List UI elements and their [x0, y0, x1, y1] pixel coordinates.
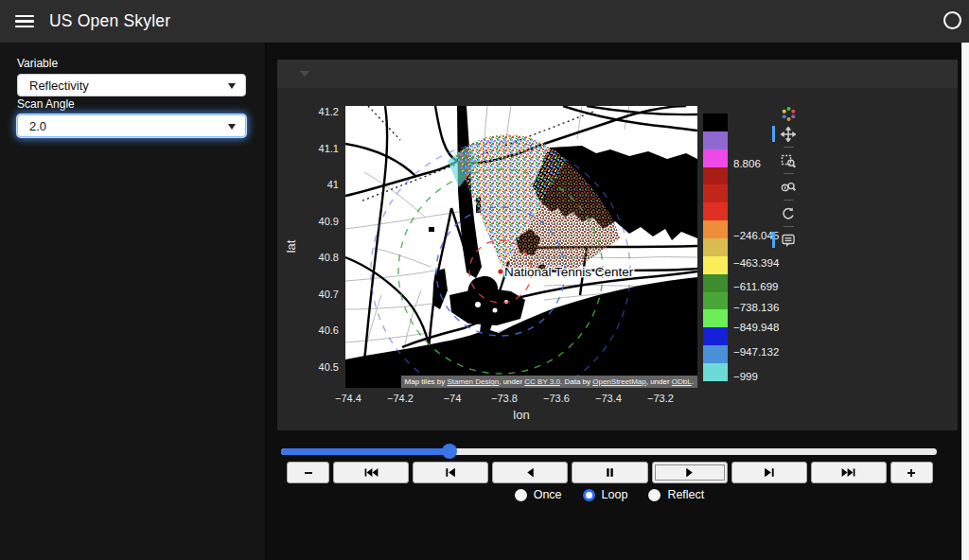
step-forward-button[interactable]: [731, 462, 807, 483]
plot-panel-header: [277, 60, 958, 88]
chevron-down-icon: [228, 83, 236, 89]
toolbar-separator: [784, 226, 794, 227]
variable-label: Variable: [17, 57, 266, 70]
status-circle-icon[interactable]: [943, 11, 961, 29]
mode-radio-reflect[interactable]: Reflect: [648, 488, 704, 501]
pan-tool[interactable]: [779, 125, 798, 143]
y-tick-label: 41: [282, 179, 339, 190]
scan-angle-control: Scan Angle 2.0: [0, 97, 266, 137]
pause-button[interactable]: [572, 462, 647, 483]
colorbar-segment: [703, 220, 728, 238]
scan-angle-label: Scan Angle: [17, 97, 266, 111]
mode-label: Loop: [602, 488, 628, 501]
tennis-center-marker: [498, 269, 502, 273]
colorbar-segment: [703, 327, 728, 345]
x-tick-label: −74: [444, 393, 462, 404]
x-axis-label: lon: [502, 408, 540, 422]
attribution-link-ccby[interactable]: CC BY 3.0: [524, 377, 560, 386]
colorbar-segment: [703, 131, 728, 149]
page-title: US Open Skyler: [49, 11, 170, 31]
variable-control: Variable Reflectivity: [0, 57, 266, 96]
y-tick-label: 41.2: [282, 106, 339, 117]
y-tick-label: 41.1: [282, 143, 339, 154]
hover-tool[interactable]: [779, 231, 798, 249]
mode-radio-loop[interactable]: Loop: [583, 488, 628, 501]
colorbar-tick-label: −611.699: [733, 281, 778, 292]
colorbar-segment: [703, 184, 728, 202]
x-tick-label: −73.2: [647, 393, 674, 404]
colorbar-segment: [703, 238, 728, 256]
top-app-bar: US Open Skyler: [0, 0, 969, 43]
colorbar-segment: [703, 114, 728, 131]
bokeh-toolbar: [776, 104, 801, 250]
colorbar: [703, 114, 728, 381]
tennis-center-label: National Tennis Center: [504, 265, 634, 279]
toolbar-separator: [784, 173, 794, 174]
x-tick-label: −73.6: [543, 393, 570, 404]
mode-radio-once[interactable]: Once: [515, 488, 562, 501]
colorbar-segment: [703, 292, 728, 310]
chevron-down-icon: [228, 124, 236, 130]
box-zoom-tool[interactable]: [779, 151, 798, 169]
scan-angle-selected-value: 2.0: [29, 119, 46, 133]
colorbar-segment: [703, 149, 728, 167]
y-tick-label: 40.7: [282, 289, 339, 300]
colorbar-segment: [703, 274, 728, 292]
attribution-link-osm[interactable]: OpenStreetMap: [592, 377, 645, 386]
x-tick-label: −73.8: [491, 393, 518, 404]
slower-button[interactable]: [287, 462, 329, 483]
mode-label: Once: [534, 488, 562, 501]
variable-selected-value: Reflectivity: [29, 79, 89, 93]
colorbar-tick-label: −849.948: [733, 322, 779, 333]
colorbar-segment: [703, 202, 728, 220]
y-tick-label: 40.5: [282, 361, 339, 373]
attribution-link-stamen[interactable]: Stamen Design: [447, 377, 499, 386]
frame-slider[interactable]: [281, 444, 937, 459]
panel-caret-icon: [300, 71, 309, 77]
hamburger-menu-icon[interactable]: [15, 15, 34, 28]
x-tick-label: −74.4: [335, 393, 361, 404]
colorbar-tick-label: −999: [733, 371, 758, 382]
y-tick-label: 40.8: [282, 252, 339, 263]
colorbar-tick-label: −463.394: [733, 257, 779, 269]
colorbar-tick-label: −738.136: [733, 302, 779, 313]
y-tick-label: 40.6: [282, 324, 339, 336]
colorbar-segment: [703, 309, 728, 327]
colorbar-segment: [703, 256, 728, 274]
x-tick-label: −74.2: [387, 393, 414, 404]
plot-panel: lat lon 41.241.14140.940.840.740.640.5 −…: [277, 60, 958, 430]
y-tick-label: 40.9: [282, 216, 339, 227]
page-scrollbar[interactable]: [961, 43, 969, 560]
radio-icon[interactable]: [583, 489, 595, 501]
colorbar-segment: [703, 345, 728, 363]
colorbar-tick-label: −947.132: [733, 346, 779, 358]
radio-icon[interactable]: [515, 489, 527, 501]
variable-select[interactable]: Reflectivity: [17, 74, 246, 96]
step-back-button[interactable]: [413, 462, 488, 483]
player-buttons: [287, 462, 933, 483]
faster-button[interactable]: [890, 462, 933, 483]
skip-to-end-button[interactable]: [811, 462, 887, 483]
map-attribution: Map tiles by Stamen Design, under CC BY …: [401, 376, 697, 388]
colorbar-tick-label: 8.806: [733, 158, 761, 169]
playback-mode-radios: OnceLoopReflect: [277, 485, 942, 504]
attribution-link-odbl[interactable]: ODbL: [672, 377, 692, 386]
skip-to-start-button[interactable]: [333, 462, 409, 483]
radio-icon[interactable]: [648, 489, 661, 501]
x-tick-label: −73.4: [595, 393, 622, 404]
reset-tool[interactable]: [779, 204, 798, 222]
colorbar-segment: [703, 363, 728, 381]
slider-fill: [281, 448, 449, 455]
wheel-zoom-tool[interactable]: [779, 178, 798, 196]
map-plot[interactable]: National Tennis Center Map tiles by Stam…: [345, 106, 697, 388]
bokeh-logo-icon[interactable]: [779, 105, 798, 123]
toolbar-separator: [784, 147, 794, 148]
colorbar-segment: [703, 167, 728, 185]
slider-thumb[interactable]: [442, 444, 457, 459]
mode-label: Reflect: [667, 488, 704, 501]
scan-angle-select[interactable]: 2.0: [17, 114, 246, 137]
toolbar-separator: [784, 200, 794, 201]
play-reverse-button[interactable]: [492, 462, 568, 483]
sidebar: Variable Reflectivity Scan Angle 2.0: [0, 43, 266, 560]
play-button[interactable]: [652, 462, 728, 483]
